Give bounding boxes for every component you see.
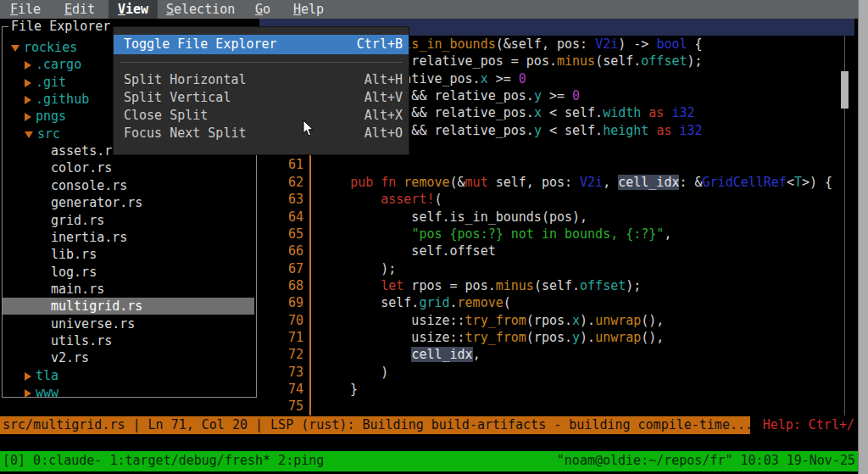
chevron-right-icon[interactable] <box>25 79 31 87</box>
sidebar-item-tla[interactable]: tla <box>3 367 254 384</box>
menu-item-toggle-file-explorer[interactable]: Toggle File ExplorerCtrl+B <box>114 35 409 54</box>
folder-label: .git <box>36 75 66 90</box>
code-line-72[interactable]: cell_idx, <box>320 346 481 363</box>
line-number-69[interactable]: 69 <box>278 294 303 311</box>
menu-item-label: Focus Next Split <box>124 125 247 141</box>
line-number-63[interactable]: 63 <box>278 191 303 208</box>
file-label: utils.rs <box>51 333 112 349</box>
folder-label: src <box>37 126 60 142</box>
file-label: grid.rs <box>51 213 104 228</box>
sidebar-item-utils-rs[interactable]: utils.rs <box>3 332 254 349</box>
file-label: assets.rs <box>51 143 120 159</box>
line-number-74[interactable]: 74 <box>278 381 303 398</box>
line-number-64[interactable]: 64 <box>278 209 303 226</box>
menubar-item-view[interactable]: View <box>108 0 158 19</box>
chevron-right-icon[interactable] <box>25 61 31 70</box>
menu-item-shortcut: Alt+H <box>364 71 403 89</box>
sidebar-item-generator-rs[interactable]: generator.rs <box>3 194 254 211</box>
editor-scrollbar-thumb[interactable] <box>841 71 849 109</box>
menu-item-shortcut: Alt+X <box>364 107 403 125</box>
sidebar-item-multigrid-rs[interactable]: multigrid.rs <box>3 298 254 315</box>
menubar-item-file[interactable]: File <box>1 0 50 19</box>
sidebar-item-color-rs[interactable]: color.rs <box>3 159 254 176</box>
sidebar-item-main-rs[interactable]: main.rs <box>3 281 254 298</box>
folder-label: tla <box>36 368 58 383</box>
code-line-73[interactable]: ) <box>320 364 388 381</box>
menubar-item-help[interactable]: Help <box>284 0 333 19</box>
sidebar-item-grid-rs[interactable]: grid.rs <box>3 212 254 229</box>
chevron-right-icon[interactable] <box>25 389 31 398</box>
editor-status-bar: src/multigrid.rs | Ln 71, Col 20 | LSP (… <box>0 416 858 434</box>
status-file-info: src/multigrid.rs | Ln 71, Col 20 | LSP (… <box>0 416 750 434</box>
line-number-73[interactable]: 73 <box>278 364 303 381</box>
menubar-item-edit[interactable]: Edit <box>55 0 104 19</box>
tmux-status-bar: [0] 0:claude- 1:target/debug/fresh* 2:pi… <box>0 451 858 471</box>
code-line-62[interactable]: pub fn remove(&mut self, pos: V2i, cell_… <box>320 174 832 191</box>
sidebar-item-www[interactable]: www <box>3 384 254 401</box>
folder-label: rockies <box>24 40 77 55</box>
file-label: main.rs <box>51 282 104 297</box>
line-number-72[interactable]: 72 <box>278 346 303 363</box>
line-number-70[interactable]: 70 <box>278 312 303 329</box>
chevron-down-icon[interactable] <box>25 131 33 138</box>
selected-symbol: cell_idx <box>618 175 679 190</box>
menu-item-close-split[interactable]: Close SplitAlt+X <box>114 107 409 125</box>
selected-symbol: cell_idx <box>411 347 472 362</box>
menu-separator <box>120 62 403 63</box>
file-label: color.rs <box>51 160 112 176</box>
chevron-right-icon[interactable] <box>25 113 31 121</box>
code-line-66[interactable]: self.offset <box>320 243 496 259</box>
file-label: console.rs <box>51 178 127 193</box>
view-menu-dropdown: Toggle File ExplorerCtrl+BSplit Horizont… <box>113 26 409 155</box>
code-line-63[interactable]: assert!( <box>320 191 442 208</box>
line-number-75[interactable]: 75 <box>278 398 303 415</box>
menu-item-focus-next-split[interactable]: Focus Next SplitAlt+O <box>114 125 409 142</box>
line-number-68[interactable]: 68 <box>278 277 303 294</box>
menu-item-shortcut: Alt+V <box>364 89 403 107</box>
file-label: v2.rs <box>51 350 89 365</box>
line-number-66[interactable]: 66 <box>278 243 303 259</box>
menu-item-shortcut: Ctrl+B <box>357 35 403 54</box>
line-number-71[interactable]: 71 <box>278 329 303 346</box>
chevron-right-icon[interactable] <box>25 372 31 381</box>
code-line-64[interactable]: self.is_in_bounds(pos), <box>320 209 587 226</box>
line-number-61[interactable]: 61 <box>278 156 303 173</box>
line-number-65[interactable]: 65 <box>278 226 303 243</box>
menu-item-split-vertical[interactable]: Split VerticalAlt+V <box>114 89 409 107</box>
code-line-65[interactable]: "pos {pos:?} not in bounds, {:?}", <box>320 226 671 243</box>
menubar-item-selection[interactable]: Selection <box>157 0 244 19</box>
folder-label: .cargo <box>36 57 81 72</box>
menu-item-split-horizontal[interactable]: Split HorizontalAlt+H <box>114 71 409 89</box>
file-label: multigrid.rs <box>51 298 142 314</box>
menubar-item-go[interactable]: Go <box>246 0 280 19</box>
sidebar-item-inertia-rs[interactable]: inertia.rs <box>3 229 254 246</box>
tmux-window-list[interactable]: [0] 0:claude- 1:target/debug/fresh* 2:pi… <box>3 451 324 471</box>
tmux-session-info: "noam@oldie:~/repos/fr" 10:03 19-Nov-25 <box>557 451 855 471</box>
code-line-69[interactable]: self.grid.remove( <box>320 294 511 311</box>
code-line-68[interactable]: let rpos = pos.minus(self.offset); <box>320 277 641 294</box>
chevron-right-icon[interactable] <box>25 96 31 104</box>
menu-bar: FileEditViewSelectionGoHelp <box>0 0 858 19</box>
menu-item-label: Close Split <box>124 108 208 123</box>
file-label: universe.rs <box>51 316 135 332</box>
code-line-67[interactable]: ); <box>320 260 396 277</box>
sidebar-item-universe-rs[interactable]: universe.rs <box>3 315 254 332</box>
code-line-74[interactable]: } <box>320 381 358 398</box>
file-label: inertia.rs <box>51 230 127 245</box>
file-label: log.rs <box>51 265 97 280</box>
sidebar-item-log-rs[interactable]: log.rs <box>3 264 254 281</box>
line-number-62[interactable]: 62 <box>278 174 303 191</box>
sidebar-item-v2-rs[interactable]: v2.rs <box>3 349 254 366</box>
code-line-70[interactable]: usize::try_from(rpos.x).unwrap(), <box>320 312 664 329</box>
code-line-71[interactable]: usize::try_from(rpos.y).unwrap(), <box>320 329 664 346</box>
file-label: lib.rs <box>51 247 97 262</box>
sidebar-item-lib-rs[interactable]: lib.rs <box>3 246 254 263</box>
menu-item-label: Toggle File Explorer <box>124 36 277 52</box>
status-help-hint: Help: Ctrl+/ <box>763 416 854 434</box>
menu-item-label: Split Vertical <box>124 90 231 105</box>
chevron-down-icon[interactable] <box>11 45 19 52</box>
sidebar-item-console-rs[interactable]: console.rs <box>3 177 254 194</box>
line-number-67[interactable]: 67 <box>278 260 303 277</box>
menu-item-shortcut: Alt+O <box>364 125 403 142</box>
terminal-scrollbar[interactable] <box>858 0 868 474</box>
